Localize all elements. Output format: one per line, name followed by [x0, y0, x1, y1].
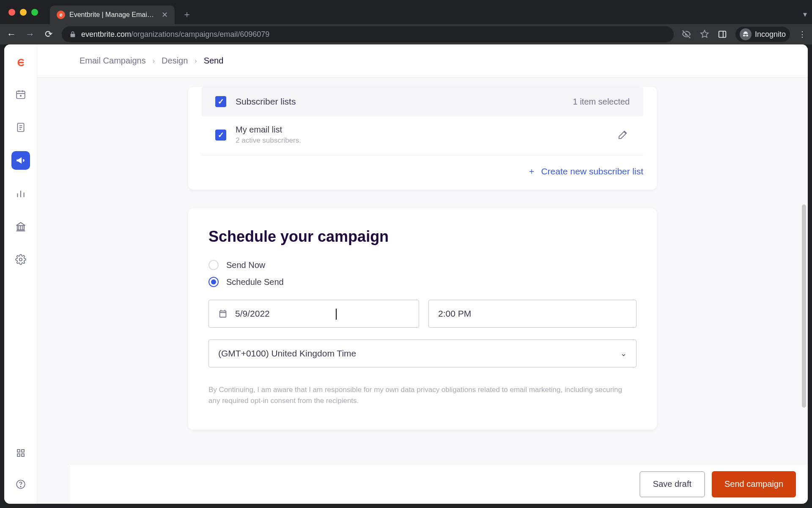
tabs-dropdown-icon[interactable]: ▾	[803, 10, 807, 19]
close-tab-icon[interactable]: ✕	[162, 10, 168, 19]
radio-schedule-send[interactable]: Schedule Send	[208, 277, 636, 287]
checkbox-list[interactable]: ✓	[215, 130, 226, 141]
breadcrumb-design[interactable]: Design	[162, 56, 188, 66]
send-campaign-button[interactable]: Send campaign	[712, 471, 796, 497]
content-area: Email Campaigns › Design › Send ✓ Subscr…	[37, 44, 808, 504]
schedule-card: Schedule your campaign Send Now Schedule…	[188, 208, 657, 430]
chevron-right-icon: ›	[153, 57, 155, 65]
breadcrumb-email-campaigns[interactable]: Email Campaigns	[80, 56, 146, 66]
nav-help-icon[interactable]	[11, 475, 30, 494]
radio-send-now[interactable]: Send Now	[208, 260, 636, 270]
radio-icon	[208, 277, 219, 287]
schedule-radio-group: Send Now Schedule Send	[208, 260, 636, 287]
tab-title: Eventbrite | Manage Email Cam	[69, 11, 154, 19]
plus-icon: ＋	[527, 166, 536, 177]
breadcrumb-send: Send	[204, 56, 224, 66]
time-input[interactable]: 2:00 PM	[428, 300, 636, 328]
window-close-icon[interactable]	[8, 9, 15, 16]
disclaimer-text: By Continuing, I am aware that I am resp…	[208, 384, 631, 406]
footer-action-bar: Save draft Send campaign	[70, 464, 808, 504]
svg-point-19	[19, 258, 22, 261]
timezone-value: (GMT+0100) United Kingdom Time	[218, 348, 356, 359]
url-path: /organizations/campaigns/email/6096079	[131, 30, 269, 39]
window-maximize-icon[interactable]	[31, 9, 38, 16]
address-bar: ← → ⟳ eventbrite.com/organizations/campa…	[0, 24, 812, 44]
incognito-indicator[interactable]: Incognito	[735, 27, 790, 42]
subscriber-list-row[interactable]: ✓ My email list 2 active subscribers.	[202, 116, 643, 155]
nav-reports-icon[interactable]	[11, 184, 30, 203]
nav-finance-icon[interactable]	[11, 217, 30, 236]
date-value: 5/9/2022	[235, 309, 270, 319]
svg-point-6	[20, 95, 21, 96]
page-topbar: Email Campaigns › Design › Send	[37, 44, 808, 77]
svg-rect-0	[719, 31, 726, 38]
svg-rect-22	[17, 454, 20, 456]
radio-send-now-label: Send Now	[226, 260, 265, 270]
breadcrumb: Email Campaigns › Design › Send	[80, 56, 223, 66]
checkbox-all[interactable]: ✓	[215, 96, 226, 107]
browser-tab-strip: e Eventbrite | Manage Email Cam ✕ ＋ ▾	[0, 0, 812, 24]
svg-point-25	[20, 486, 21, 487]
url-host: eventbrite.com	[81, 30, 131, 39]
scrollbar[interactable]	[802, 204, 806, 408]
nav-marketing-icon[interactable]	[11, 151, 30, 170]
back-button[interactable]: ←	[6, 29, 17, 40]
subscriber-lists-card: ✓ Subscriber lists 1 item selected ✓ My …	[188, 87, 657, 190]
create-subscriber-list-label: Create new subscriber list	[541, 166, 643, 177]
radio-icon	[208, 260, 219, 270]
list-name: My email list	[236, 125, 301, 135]
time-value: 2:00 PM	[438, 309, 471, 319]
scroll-area: ✓ Subscriber lists 1 item selected ✓ My …	[37, 77, 808, 504]
subscriber-lists-title: Subscriber lists	[236, 97, 296, 107]
schedule-title: Schedule your campaign	[208, 228, 636, 246]
nav-orders-icon[interactable]	[11, 118, 30, 137]
new-tab-button[interactable]: ＋	[182, 8, 192, 21]
panel-icon[interactable]	[718, 30, 727, 39]
date-input[interactable]: 5/9/2022	[208, 300, 419, 328]
browser-tab[interactable]: e Eventbrite | Manage Email Cam ✕	[50, 6, 175, 24]
forward-button[interactable]: →	[25, 29, 36, 40]
kebab-menu-icon[interactable]: ⋮	[798, 30, 806, 39]
text-cursor-icon	[336, 309, 337, 320]
eye-off-icon[interactable]	[681, 29, 691, 39]
incognito-icon	[740, 28, 752, 40]
url-input[interactable]: eventbrite.com/organizations/campaigns/e…	[62, 26, 674, 42]
app-window: Email Campaigns › Design › Send ✓ Subscr…	[4, 44, 808, 504]
chevron-right-icon: ›	[195, 57, 197, 65]
timezone-select[interactable]: (GMT+0100) United Kingdom Time ⌄	[208, 340, 636, 367]
save-draft-button[interactable]: Save draft	[639, 471, 705, 497]
favicon-icon: e	[57, 11, 65, 19]
incognito-label: Incognito	[755, 30, 786, 39]
svg-rect-23	[22, 454, 24, 456]
subscriber-lists-header[interactable]: ✓ Subscriber lists 1 item selected	[202, 87, 643, 116]
list-subscriber-count: 2 active subscribers.	[236, 136, 301, 145]
nav-apps-icon[interactable]	[11, 444, 30, 462]
reload-button[interactable]: ⟳	[43, 29, 54, 40]
chevron-down-icon: ⌄	[620, 349, 627, 358]
radio-schedule-send-label: Schedule Send	[226, 277, 284, 287]
svg-rect-20	[17, 450, 20, 452]
left-nav-rail	[4, 44, 37, 504]
calendar-icon	[218, 309, 228, 318]
svg-rect-21	[22, 450, 24, 452]
svg-rect-2	[16, 91, 25, 98]
bookmark-star-icon[interactable]	[700, 30, 709, 39]
window-minimize-icon[interactable]	[20, 9, 27, 16]
nav-settings-icon[interactable]	[11, 250, 30, 269]
eventbrite-logo-icon[interactable]	[13, 55, 29, 71]
nav-events-icon[interactable]	[11, 85, 30, 104]
create-subscriber-list-link[interactable]: ＋ Create new subscriber list	[527, 166, 643, 177]
lock-icon	[69, 31, 76, 38]
edit-list-icon[interactable]	[617, 129, 630, 141]
window-controls	[8, 9, 38, 16]
selected-count: 1 item selected	[573, 97, 630, 107]
